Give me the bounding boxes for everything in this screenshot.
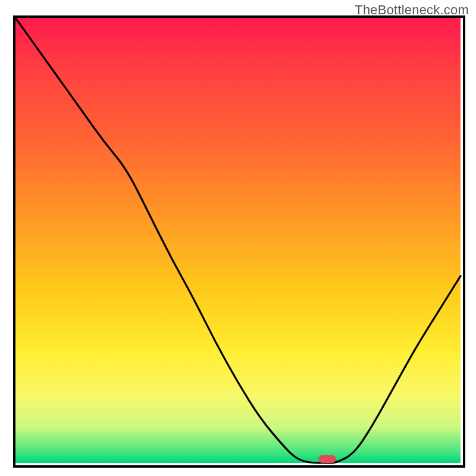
attribution-text: TheBottleneck.com bbox=[355, 2, 469, 18]
chart-container: TheBottleneck.com bbox=[0, 0, 476, 476]
chart-frame bbox=[15, 18, 461, 463]
bottleneck-curve bbox=[15, 18, 461, 463]
optimal-marker bbox=[318, 455, 336, 463]
